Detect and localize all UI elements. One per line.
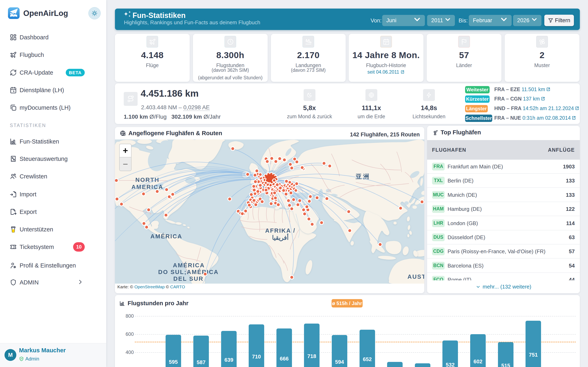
svg-text:亚洲: 亚洲 xyxy=(355,173,370,180)
svg-text:AMÉRICA: AMÉRICA xyxy=(150,233,182,240)
svg-text:DEL SUR: DEL SUR xyxy=(173,275,204,282)
svg-text:AMÉRICA: AMÉRICA xyxy=(173,262,205,268)
svg-text:AMERICA: AMERICA xyxy=(131,184,163,190)
svg-text:أفريقيا: أفريقيا xyxy=(272,234,289,242)
svg-text:AUSTRALIA: AUSTRALIA xyxy=(407,273,424,280)
